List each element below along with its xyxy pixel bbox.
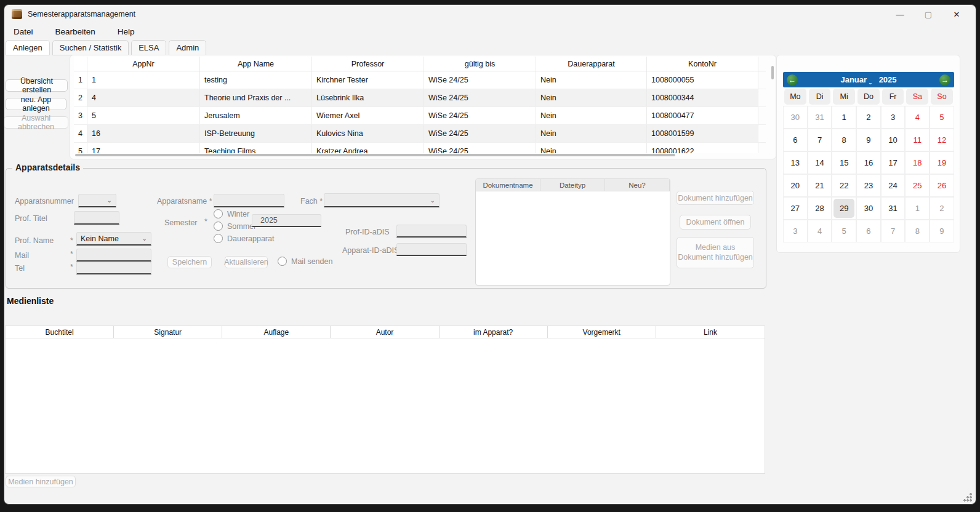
- close-button[interactable]: ✕: [942, 5, 971, 23]
- table-cell[interactable]: 1008000055: [647, 71, 758, 89]
- tab-admin[interactable]: Admin: [169, 40, 206, 55]
- table-cell[interactable]: Wiemer Axel: [312, 107, 424, 124]
- menu-item-datei[interactable]: Datei: [7, 25, 40, 40]
- column-header[interactable]: KontoNr: [647, 57, 758, 71]
- calendar-day[interactable]: 21: [808, 174, 832, 197]
- fach-combobox[interactable]: ⌄: [324, 193, 440, 207]
- resize-grip[interactable]: [963, 493, 972, 502]
- table-cell[interactable]: 1008001622: [647, 143, 758, 153]
- table-cell[interactable]: ISP-Betreuung: [200, 125, 312, 142]
- media-column-header[interactable]: im Apparat?: [440, 326, 548, 338]
- calendar-day[interactable]: 3: [783, 220, 808, 242]
- maximize-button[interactable]: ▢: [914, 5, 942, 23]
- apparat-id-adis-field[interactable]: [396, 243, 467, 256]
- calendar-month-label[interactable]: Januar: [840, 75, 867, 84]
- calendar-day[interactable]: 6: [856, 220, 881, 242]
- table-cell[interactable]: WiSe 24/25: [424, 107, 536, 124]
- apparatsname-field[interactable]: [214, 194, 284, 207]
- medien-aus-dokument-button[interactable]: Medien aus Dokument hinzufügen: [677, 237, 754, 268]
- calendar-day[interactable]: 8: [905, 220, 930, 242]
- calendar-day[interactable]: 3: [881, 106, 906, 129]
- calendar-day[interactable]: 29: [832, 197, 856, 220]
- winter-checkbox[interactable]: [214, 209, 223, 218]
- doc-column-header[interactable]: Dateityp: [540, 179, 605, 191]
- calendar-day[interactable]: 13: [783, 151, 808, 174]
- calendar-day[interactable]: 7: [808, 129, 832, 151]
- doc-column-header[interactable]: Dokumentname: [476, 179, 540, 191]
- table-cell[interactable]: Kratzer Andrea: [312, 143, 424, 153]
- table-cell[interactable]: Lüsebrink Ilka: [312, 89, 424, 106]
- calendar-day[interactable]: 11: [905, 129, 930, 151]
- doc-column-header[interactable]: Neu?: [605, 179, 670, 191]
- calendar-day[interactable]: 26: [930, 174, 954, 197]
- calendar-day[interactable]: 19: [930, 151, 954, 174]
- tab-elsa[interactable]: ELSA: [131, 40, 166, 55]
- menu-item-help[interactable]: Help: [111, 25, 142, 40]
- calendar-next-button[interactable]: →: [939, 74, 950, 86]
- table-row[interactable]: 35JerusalemWiemer AxelWiSe 24/25Nein1008…: [74, 107, 766, 125]
- table-cell[interactable]: Nein: [536, 125, 647, 142]
- table-cell[interactable]: 1008000344: [647, 89, 758, 106]
- mail-senden-checkbox[interactable]: [278, 257, 287, 266]
- calendar-day[interactable]: 23: [856, 174, 881, 197]
- calendar-day[interactable]: 12: [930, 129, 954, 151]
- table-row[interactable]: 24Theorie und Praxis der ...Lüsebrink Il…: [74, 89, 766, 107]
- aktualisieren-button[interactable]: Aktualisieren: [225, 256, 268, 268]
- table-cell[interactable]: Nein: [536, 143, 647, 153]
- tel-field[interactable]: [76, 262, 151, 274]
- calendar-day[interactable]: 2: [930, 197, 954, 220]
- calendar-day[interactable]: 20: [783, 174, 808, 197]
- media-column-header[interactable]: Buchtitel: [6, 326, 114, 338]
- prof-name-combobox[interactable]: Kein Name⌄: [76, 232, 151, 246]
- table-cell[interactable]: 5: [87, 107, 200, 124]
- horizontal-scrollbar[interactable]: [75, 154, 675, 156]
- table-cell[interactable]: 4: [87, 89, 200, 106]
- column-header[interactable]: App Name: [200, 57, 312, 71]
- calendar-day[interactable]: 30: [856, 197, 881, 220]
- table-cell[interactable]: WiSe 24/25: [424, 143, 536, 153]
- table-cell[interactable]: Kulovics Nina: [312, 125, 424, 142]
- dokument-hinzufuegen-button[interactable]: Dokument hinzufügen: [677, 191, 754, 205]
- media-column-header[interactable]: Auflage: [222, 326, 331, 338]
- dauerapparat-checkbox[interactable]: [214, 234, 223, 243]
- table-cell[interactable]: Jerusalem: [200, 107, 312, 124]
- calendar-day[interactable]: 1: [905, 197, 930, 220]
- media-column-header[interactable]: Vorgemerkt: [548, 326, 656, 338]
- column-header[interactable]: AppNr: [87, 57, 200, 71]
- table-cell[interactable]: Nein: [536, 89, 647, 106]
- minimize-button[interactable]: —: [886, 5, 914, 23]
- media-column-header[interactable]: Autor: [331, 326, 439, 338]
- calendar-day[interactable]: 10: [881, 129, 906, 151]
- table-cell[interactable]: testing: [200, 71, 312, 89]
- sidebar-button-3[interactable]: Auswahl abbrechen: [4, 116, 68, 129]
- calendar-day[interactable]: 14: [808, 151, 832, 174]
- dokument-oeffnen-button[interactable]: Dokument öffnen: [680, 215, 751, 230]
- apparatsnummer-combobox[interactable]: ⌄: [78, 194, 116, 207]
- calendar-day[interactable]: 27: [783, 197, 808, 220]
- sommer-checkbox[interactable]: [214, 222, 223, 231]
- calendar-day[interactable]: 17: [881, 151, 906, 174]
- calendar-day[interactable]: 1: [832, 106, 856, 129]
- table-cell[interactable]: WiSe 24/25: [424, 89, 536, 106]
- table-cell[interactable]: 1008001599: [647, 125, 758, 142]
- calendar-year-label[interactable]: 2025: [879, 75, 897, 84]
- calendar-day[interactable]: 31: [808, 106, 832, 129]
- medien-hinzufuegen-button[interactable]: Medien hinzufügen: [6, 476, 76, 487]
- calendar-day[interactable]: 4: [905, 106, 930, 129]
- calendar-day[interactable]: 31: [881, 197, 906, 220]
- table-cell[interactable]: WiSe 24/25: [424, 71, 536, 89]
- calendar-day[interactable]: 28: [808, 197, 832, 220]
- semester-year-field[interactable]: 2025: [252, 214, 321, 227]
- calendar-day[interactable]: 30: [783, 106, 808, 129]
- media-column-header[interactable]: Signatur: [114, 326, 222, 338]
- calendar-day[interactable]: 24: [881, 174, 906, 197]
- sidebar-button-2[interactable]: neu. App anlegen: [6, 98, 66, 110]
- sidebar-button-1[interactable]: Übersicht erstellen: [6, 79, 68, 92]
- prof-titel-field[interactable]: [74, 211, 119, 225]
- media-column-header[interactable]: Link: [656, 326, 765, 338]
- prof-id-adis-field[interactable]: [396, 225, 467, 238]
- calendar-day[interactable]: 8: [832, 129, 856, 151]
- table-cell[interactable]: Theorie und Praxis der ...: [200, 89, 312, 106]
- calendar-day[interactable]: 9: [856, 129, 881, 151]
- table-row[interactable]: 517Teaching FilmsKratzer AndreaWiSe 24/2…: [74, 143, 766, 153]
